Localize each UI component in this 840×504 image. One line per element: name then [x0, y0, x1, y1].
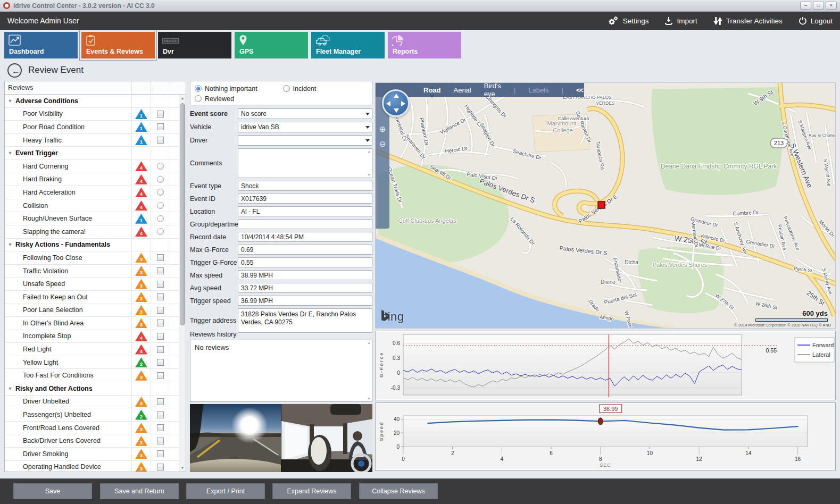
- trigger-speed-field[interactable]: 36.99 MPH: [238, 296, 372, 306]
- review-item-row[interactable]: Poor Visibility1: [5, 108, 179, 121]
- item-checkbox[interactable]: [157, 307, 164, 314]
- item-checkbox[interactable]: [157, 424, 164, 431]
- map-mode-road[interactable]: Road: [417, 86, 447, 94]
- review-item-row[interactable]: Driver Unbelted3: [5, 396, 179, 409]
- reviews-history-box[interactable]: No reviews ▲▼: [190, 340, 372, 402]
- event-id-field[interactable]: X017639: [238, 194, 372, 204]
- scroll-up-icon[interactable]: ▲: [179, 95, 186, 102]
- import-button[interactable]: Import: [664, 16, 697, 26]
- review-item-row[interactable]: Following Too Close3: [5, 251, 179, 265]
- review-item-row[interactable]: Hard Braking4: [5, 173, 179, 187]
- item-radio[interactable]: [157, 176, 164, 183]
- zoom-in-button[interactable]: ⊕: [378, 124, 387, 134]
- review-item-row[interactable]: Slapping the camera!4: [5, 225, 179, 239]
- item-checkbox[interactable]: [157, 111, 164, 117]
- radio-nothing-important[interactable]: Nothing important: [195, 85, 280, 93]
- back-button[interactable]: ←: [7, 63, 22, 78]
- review-item-row[interactable]: Rough/Uneven Surface1: [5, 212, 179, 225]
- record-date-field[interactable]: 10/4/2014 4:48:54 PM: [238, 232, 372, 242]
- item-checkbox[interactable]: [157, 281, 164, 288]
- review-item-row[interactable]: Incomplete Stop4: [5, 330, 179, 343]
- save-button[interactable]: Save: [13, 483, 92, 499]
- video-front-camera[interactable]: [190, 404, 281, 472]
- event-score-select[interactable]: No score: [238, 108, 372, 119]
- item-radio[interactable]: [157, 228, 164, 235]
- history-scrollbar[interactable]: ▲▼: [366, 340, 372, 401]
- item-radio[interactable]: [157, 202, 164, 209]
- item-checkbox[interactable]: [157, 450, 164, 457]
- item-checkbox[interactable]: [157, 438, 164, 444]
- review-item-row[interactable]: Traffic Violation3: [5, 265, 179, 278]
- item-checkbox[interactable]: [157, 267, 164, 274]
- review-item-row[interactable]: Hard Cornering4: [5, 160, 179, 173]
- minimize-button[interactable]: –: [800, 2, 811, 10]
- tab-dashboard[interactable]: Dashboard: [4, 32, 78, 58]
- map-collapse-button[interactable]: <<: [570, 86, 589, 94]
- maximize-button[interactable]: □: [813, 2, 824, 10]
- item-checkbox[interactable]: [157, 372, 164, 379]
- event-type-field[interactable]: Shock: [238, 181, 372, 191]
- item-checkbox[interactable]: [157, 411, 164, 418]
- review-group-row[interactable]: ▼Risky and Other Actions: [5, 382, 179, 396]
- collapse-reviews-button[interactable]: Collapse Reviews: [359, 483, 438, 499]
- item-radio[interactable]: [157, 163, 164, 170]
- map-mode-birdseye[interactable]: Bird's eye: [478, 82, 508, 98]
- collapse-arrow-icon[interactable]: ▼: [5, 386, 15, 391]
- avg-speed-field[interactable]: 33.72 MPH: [238, 283, 372, 293]
- trigger-address-field[interactable]: 31828 Palos Verdes Dr E, Rancho Palos Ve…: [238, 308, 372, 333]
- review-item-row[interactable]: Hard Acceleration4: [5, 186, 179, 199]
- zoom-out-button[interactable]: ⊖: [378, 139, 387, 149]
- item-checkbox[interactable]: [157, 123, 164, 130]
- item-radio[interactable]: [157, 189, 164, 196]
- tab-gps[interactable]: GPS: [235, 32, 308, 58]
- review-item-row[interactable]: Failed to Keep an Out3: [5, 291, 179, 304]
- radio-reviewed[interactable]: Reviewed: [195, 95, 280, 103]
- review-item-row[interactable]: Driver Smoking3: [5, 448, 179, 461]
- collapse-arrow-icon[interactable]: ▼: [5, 242, 15, 247]
- review-item-row[interactable]: Operating Handled Device3: [5, 461, 179, 472]
- scroll-down-icon[interactable]: ▼: [179, 464, 186, 472]
- max-speed-field[interactable]: 38.99 MPH: [238, 270, 372, 280]
- tab-events-reviews[interactable]: Events & Reviews: [81, 32, 155, 58]
- review-item-row[interactable]: Red Light4: [5, 343, 179, 356]
- item-checkbox[interactable]: [157, 320, 164, 326]
- textarea-scrollbar[interactable]: ▲▼: [366, 149, 372, 178]
- review-item-row[interactable]: Heavy Traffic1: [5, 134, 179, 147]
- logout-button[interactable]: Logout: [799, 16, 833, 25]
- review-group-row[interactable]: ▼Adverse Conditions: [5, 95, 179, 108]
- scrollbar-thumb[interactable]: [180, 103, 185, 325]
- review-item-row[interactable]: Back/Driver Lens Covered3: [5, 434, 179, 448]
- pan-up-icon[interactable]: [394, 94, 399, 98]
- collapse-arrow-icon[interactable]: ▼: [5, 98, 15, 104]
- settings-button[interactable]: Settings: [608, 16, 649, 26]
- item-checkbox[interactable]: [157, 333, 164, 340]
- transfer-activities-button[interactable]: Transfer Activities: [713, 16, 783, 26]
- driver-select[interactable]: [238, 135, 372, 146]
- map-canvas[interactable]: 213 EAST RANCHO PALOSVERDESMarymountColl…: [376, 83, 836, 329]
- radio-icon[interactable]: [283, 85, 290, 92]
- map-mode-labels[interactable]: Labels: [522, 86, 555, 94]
- item-checkbox[interactable]: [157, 464, 164, 471]
- close-button[interactable]: ×: [826, 2, 837, 10]
- item-checkbox[interactable]: [157, 346, 164, 353]
- review-item-row[interactable]: Poor Road Condition1: [5, 121, 179, 134]
- radio-icon[interactable]: [195, 95, 202, 102]
- review-item-row[interactable]: In Other's Blind Area3: [5, 317, 179, 330]
- review-group-row[interactable]: ▼Event Trigger: [5, 147, 179, 160]
- expand-reviews-button[interactable]: Expand Reviews: [272, 483, 351, 499]
- pan-down-icon[interactable]: [394, 108, 399, 113]
- tab-reports[interactable]: Reports: [388, 32, 461, 58]
- review-item-row[interactable]: Front/Road Lens Covered3: [5, 422, 179, 435]
- map-mode-aerial[interactable]: Aerial: [447, 86, 478, 94]
- map-pan-control[interactable]: [382, 89, 410, 117]
- window-titlebar[interactable]: Idrive Control Center - 3.0.2 version - …: [0, 0, 840, 12]
- event-location-marker[interactable]: [598, 201, 605, 208]
- item-checkbox[interactable]: [157, 293, 164, 300]
- trigger-speed-marker[interactable]: [598, 418, 603, 425]
- tab-fleet-manager[interactable]: Fleet Manager: [311, 32, 385, 58]
- review-item-row[interactable]: Poor Lane Selection3: [5, 304, 179, 317]
- video-cabin-camera[interactable]: [281, 404, 372, 472]
- radio-icon[interactable]: [195, 85, 202, 92]
- max-g-force-field[interactable]: 0.69: [238, 245, 372, 255]
- radio-incident[interactable]: Incident: [283, 85, 368, 93]
